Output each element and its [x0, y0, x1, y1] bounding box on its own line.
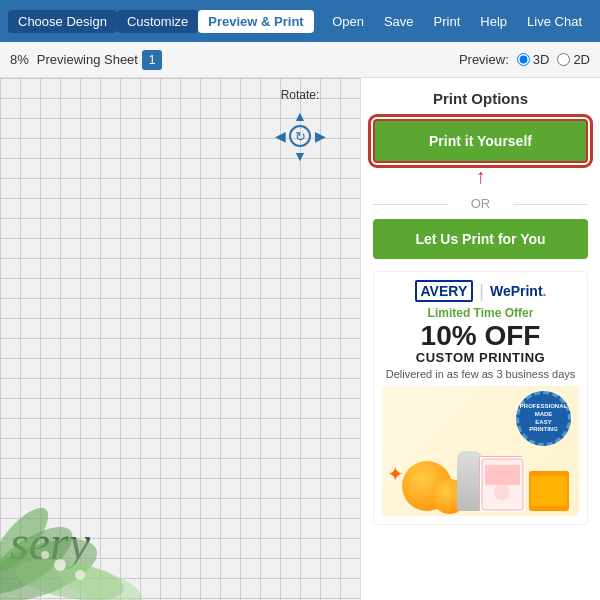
- preview-controls: Preview: 3D 2D: [459, 52, 590, 67]
- svg-rect-10: [485, 465, 520, 485]
- promo-badge-text: PROFESSIONALMADEEASYPRINTING: [520, 403, 567, 434]
- leaf-decoration: [0, 400, 160, 600]
- rotate-left-btn[interactable]: ◀: [270, 126, 290, 146]
- nav-print[interactable]: Print: [424, 10, 471, 33]
- right-panel: Print Options Print it Yourself ↑ OR Let…: [360, 78, 600, 600]
- panel-title: Print Options: [373, 90, 588, 107]
- promo-box: AVERY | WePrint. Limited Time Offer 10% …: [373, 271, 588, 525]
- zoom-level: 8%: [10, 52, 29, 67]
- weprint-logo: WePrint.: [490, 283, 547, 299]
- rotate-label: Rotate:: [281, 88, 320, 102]
- view-3d-radio[interactable]: [517, 53, 530, 66]
- main-content: Rotate: ▲ ◀ ▶ ▼ sery: [0, 78, 600, 600]
- svg-rect-13: [531, 476, 567, 506]
- sheet-selector: Previewing Sheet 1: [37, 50, 162, 70]
- arrow-indicator: ↑: [373, 165, 588, 188]
- promo-roll: [529, 471, 569, 511]
- rotate-down-btn[interactable]: ▼: [290, 146, 310, 166]
- nav-live-chat[interactable]: Live Chat: [517, 10, 592, 33]
- preview-label: Preview:: [459, 52, 509, 67]
- sheet-label: Previewing Sheet: [37, 52, 138, 67]
- promo-image-area: PROFESSIONALMADEEASYPRINTING ✦: [382, 386, 579, 516]
- nav-preview-print[interactable]: Preview & Print: [198, 10, 313, 33]
- svg-point-6: [75, 570, 85, 580]
- svg-point-7: [41, 551, 49, 559]
- promo-discount: 10% OFF: [382, 322, 579, 350]
- print-yourself-button[interactable]: Print it Yourself: [373, 119, 588, 163]
- nav-choose-design[interactable]: Choose Design: [8, 10, 117, 33]
- rotate-center-btn[interactable]: [289, 125, 311, 147]
- svg-point-5: [54, 559, 66, 571]
- or-divider: OR: [373, 196, 588, 211]
- promo-delivery: Delivered in as few as 3 business days: [382, 368, 579, 380]
- navbar: Choose Design Customize Preview & Print …: [0, 0, 600, 42]
- nav-save[interactable]: Save: [374, 10, 424, 33]
- svg-point-11: [494, 484, 510, 500]
- canvas-area: Rotate: ▲ ◀ ▶ ▼ sery: [0, 78, 360, 600]
- sheet-number[interactable]: 1: [142, 50, 162, 70]
- view-2d-option[interactable]: 2D: [557, 52, 590, 67]
- rotate-control: Rotate: ▲ ◀ ▶ ▼: [270, 88, 330, 166]
- promo-starburst: ✦: [387, 462, 404, 486]
- promo-limited-offer: Limited Time Offer: [382, 306, 579, 320]
- toolbar: 8% Previewing Sheet 1 Preview: 3D 2D: [0, 42, 600, 78]
- view-3d-label: 3D: [533, 52, 550, 67]
- rotate-arrows: ▲ ◀ ▶ ▼: [270, 106, 330, 166]
- promo-logo: AVERY | WePrint.: [382, 280, 579, 302]
- view-2d-radio[interactable]: [557, 53, 570, 66]
- promo-badge: PROFESSIONALMADEEASYPRINTING: [516, 391, 571, 446]
- nav-customize[interactable]: Customize: [117, 10, 198, 33]
- promo-product-box: [479, 456, 524, 511]
- rotate-up-btn[interactable]: ▲: [290, 106, 310, 126]
- nav-help[interactable]: Help: [470, 10, 517, 33]
- view-3d-option[interactable]: 3D: [517, 52, 550, 67]
- nav-open[interactable]: Open: [322, 10, 374, 33]
- view-2d-label: 2D: [573, 52, 590, 67]
- avery-logo: AVERY: [415, 280, 474, 302]
- rotate-right-btn[interactable]: ▶: [310, 126, 330, 146]
- promo-subtitle: CUSTOM PRINTING: [382, 350, 579, 365]
- we-print-button[interactable]: Let Us Print for You: [373, 219, 588, 259]
